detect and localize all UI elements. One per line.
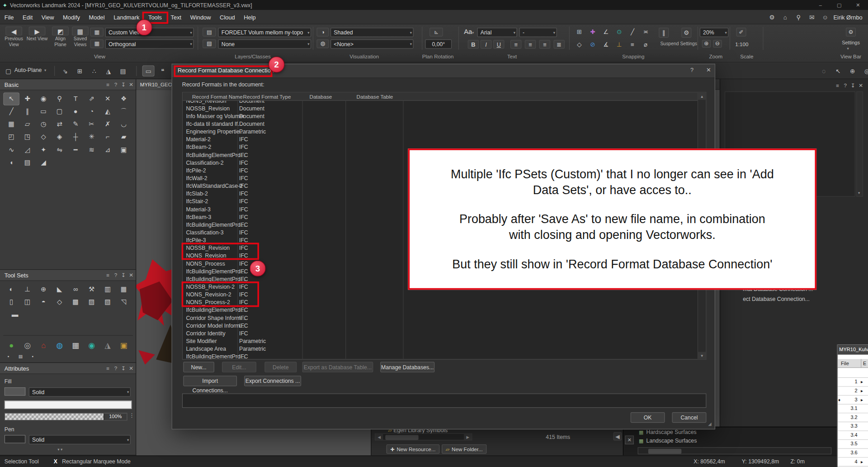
building-toolset[interactable]: ⌂ (36, 340, 51, 352)
chevron-down-icon[interactable]: ▾ (44, 68, 46, 73)
hatch-toolset[interactable]: ▥ (100, 284, 115, 295)
layers-icon[interactable]: ▤ (203, 28, 216, 37)
right-panel-scrollbar[interactable]: ▾ (856, 91, 863, 197)
record-format-row[interactable]: Corridor Shape Inform...IFC (183, 314, 706, 322)
wave-tool[interactable]: ≋ (84, 144, 99, 156)
ramp-tool[interactable]: ◢ (36, 157, 51, 169)
scale-pencil-icon[interactable]: ✐ (736, 28, 746, 37)
machine-toolset[interactable]: ▣ (116, 340, 131, 352)
row-expand-icon[interactable]: ▸ (861, 457, 863, 466)
rectangle-tool[interactable]: ▭ (36, 106, 51, 118)
freeform-tool[interactable]: ⌒ (116, 106, 131, 118)
worksheet-row[interactable]: 3.3 (838, 422, 868, 431)
palette-close-icon[interactable]: ✕ (127, 79, 135, 90)
record-format-row[interactable]: Engineering Propertie...Parametric (183, 128, 706, 136)
classes-icon[interactable]: ▧ (203, 39, 216, 48)
camera-toolset[interactable]: ◎ (20, 340, 35, 352)
record-format-row[interactable]: NOSSB_RevisionDocument (183, 105, 706, 112)
render-mode-dropdown[interactable]: Shaded ▾ (330, 28, 414, 37)
worksheet-row[interactable]: 4▸ (838, 457, 868, 467)
resource-scrollbar[interactable]: ◀ ▶ (375, 434, 472, 441)
surfaces-scrollbar[interactable] (638, 447, 832, 454)
palette-close-icon[interactable]: ✕ (127, 363, 135, 374)
move-by-points-tool[interactable]: ⇗ (84, 93, 99, 105)
palette-pin-icon[interactable]: ↧ (119, 79, 127, 90)
polygon-tool[interactable]: ✦ (36, 144, 51, 156)
projection-mode-button[interactable]: ▦ (90, 39, 104, 48)
roof-toolset[interactable]: ◓ (36, 296, 51, 308)
grid-snap-icon[interactable]: ⊞ (574, 27, 585, 37)
attributes-palette-header[interactable]: Attributes≡?↧✕ (0, 363, 136, 374)
smart-point-snap-icon[interactable]: ◇ (574, 39, 585, 50)
previous-view-button[interactable]: ◀ Previous View (2, 27, 25, 47)
palette-menu-icon[interactable]: ≡ (104, 79, 112, 90)
worksheet-row[interactable]: ♦3▸ (838, 396, 868, 405)
object-snap-icon[interactable]: ✚ (587, 27, 599, 37)
chevron-down-icon[interactable]: ▾ (847, 47, 849, 51)
rect-marquee-mode-icon[interactable]: ▭ (143, 66, 154, 76)
cancel-button[interactable]: Cancel (672, 412, 707, 423)
worksheet-row[interactable]: 3.4 (838, 431, 868, 440)
menu-item-file[interactable]: File (0, 10, 18, 24)
diamond-tool[interactable]: ◇ (36, 131, 51, 143)
detailing-toolset[interactable]: ⚒ (84, 284, 99, 295)
surface-list-item[interactable]: ▦Landscape Surfaces (639, 438, 697, 443)
double-line-tool[interactable]: ∥ (20, 106, 35, 118)
align-right-icon[interactable]: ≡ (539, 40, 550, 49)
scrollbar-thumb[interactable] (648, 449, 681, 454)
new-folder-button[interactable]: ▱New Folder... (442, 444, 486, 454)
cursor-hint-icon[interactable]: ↖ (833, 66, 844, 76)
palette-close-icon[interactable]: ✕ (857, 81, 865, 91)
align-justify-icon[interactable]: ≣ (554, 40, 565, 49)
angle-snap-icon[interactable]: ∠ (600, 27, 612, 37)
next-view-button[interactable]: ▶ Next View (25, 27, 48, 42)
triangle-tool[interactable]: ◭ (100, 106, 115, 118)
menu-item-edit[interactable]: Edit (18, 10, 37, 24)
pen-tool[interactable]: ✎ (68, 119, 83, 130)
site-toolset[interactable]: ◮ (100, 340, 115, 352)
star-tool[interactable]: ✳ (84, 131, 99, 143)
constrained-mode-icon[interactable]: ⊞ (74, 66, 85, 76)
row-expand-icon[interactable]: ▸ (861, 387, 863, 395)
walls-toolset[interactable]: ⊥ (20, 284, 35, 295)
document-tab[interactable]: MYR10_GEO (136, 79, 173, 90)
palette-pin-icon[interactable]: ↧ (119, 363, 127, 374)
render-background-dropdown[interactable]: <None> ▾ (330, 39, 414, 49)
menu-item-modify[interactable]: Modify (58, 10, 84, 24)
edge-snap-icon[interactable]: ╱ (627, 27, 638, 37)
auto-plane-checkbox[interactable]: ▢ (5, 66, 12, 76)
zoom-dropdown[interactable]: 20% ▾ (700, 28, 729, 37)
view-mode-button[interactable]: ▦ (90, 28, 104, 37)
worksheet-row[interactable] (838, 369, 868, 378)
menu-item-window[interactable]: Window (186, 10, 215, 24)
irrigation-toolset[interactable]: ◍ (52, 340, 67, 352)
pen-style-dropdown[interactable]: Solid ▾ (29, 435, 131, 444)
menu-item-model[interactable]: Model (85, 10, 109, 24)
search-icon[interactable]: ⚲ (793, 14, 803, 21)
projection-dropdown[interactable]: Orthogonal ▾ (105, 39, 194, 49)
dialog-help-icon[interactable]: ? (687, 67, 697, 73)
zoom-tool[interactable]: ⚲ (52, 93, 67, 105)
ok-button[interactable]: OK (631, 412, 665, 423)
new-resource-button[interactable]: ✚New Resource... (387, 444, 439, 454)
scroll-down-icon[interactable]: ▼ (698, 352, 706, 359)
render-mode-icon[interactable]: ◑ (316, 28, 329, 37)
palette-scroll-indicator[interactable]: ▾ ▾ (57, 447, 62, 452)
user-icon[interactable]: ☺ (820, 14, 830, 21)
terrain-toolset[interactable]: ◣ (52, 284, 67, 295)
fill-color-bar[interactable] (5, 400, 132, 409)
texture-toolset[interactable]: ▨ (84, 296, 99, 308)
text-tool[interactable]: T (68, 93, 83, 105)
rounded-rectangle-tool[interactable]: ▢ (52, 106, 67, 118)
3d-modeling-toolset[interactable]: ◐ (4, 284, 19, 295)
basic-palette-header[interactable]: Basic≡?↧✕ (0, 79, 136, 90)
arc-tool[interactable]: ◡ (116, 119, 131, 130)
active-class-dropdown[interactable]: None ▾ (218, 39, 311, 49)
font-size-dropdown[interactable]: - ▾ (519, 28, 557, 37)
worksheet-row[interactable]: 2▸ (838, 387, 868, 396)
rotate-tool[interactable]: ◷ (36, 119, 51, 130)
record-format-row[interactable]: NONS_RevisionDocument (183, 101, 706, 105)
viewport-tool[interactable]: ◳ (20, 131, 35, 143)
split-tool[interactable]: ✗ (100, 119, 115, 130)
palette-close-icon[interactable]: ✕ (127, 270, 135, 281)
